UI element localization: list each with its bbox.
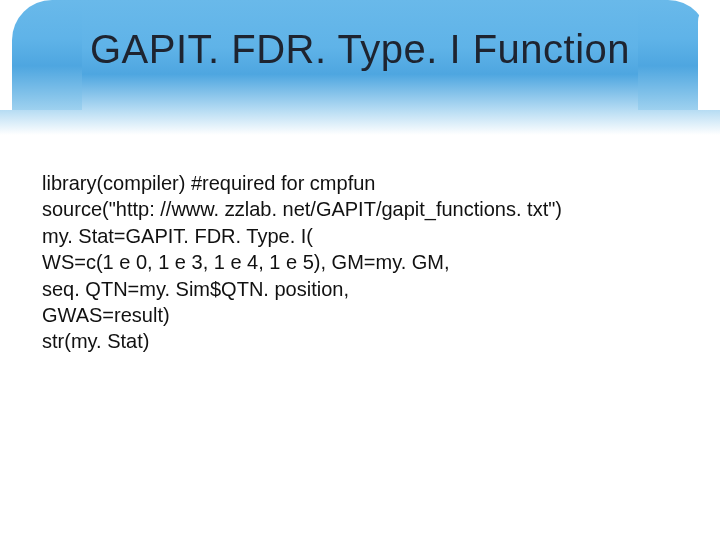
title-band: GAPIT. FDR. Type. I Function: [0, 0, 720, 135]
corner-decoration-right: [650, 0, 720, 110]
code-line-5: seq. QTN=my. Sim$QTN. position,: [42, 276, 678, 302]
corner-decoration-left: [0, 0, 70, 110]
code-line-2: source("http: //www. zzlab. net/GAPIT/ga…: [42, 196, 678, 222]
code-line-6: GWAS=result): [42, 302, 678, 328]
code-line-3: my. Stat=GAPIT. FDR. Type. I(: [42, 223, 678, 249]
slide-title: GAPIT. FDR. Type. I Function: [90, 27, 630, 72]
code-line-7: str(my. Stat): [42, 328, 678, 354]
slide-body: library(compiler) #required for cmpfun s…: [42, 170, 678, 355]
code-line-1: library(compiler) #required for cmpfun: [42, 170, 678, 196]
slide: GAPIT. FDR. Type. I Function library(com…: [0, 0, 720, 540]
code-line-4: WS=c(1 e 0, 1 e 3, 1 e 4, 1 e 5), GM=my.…: [42, 249, 678, 275]
